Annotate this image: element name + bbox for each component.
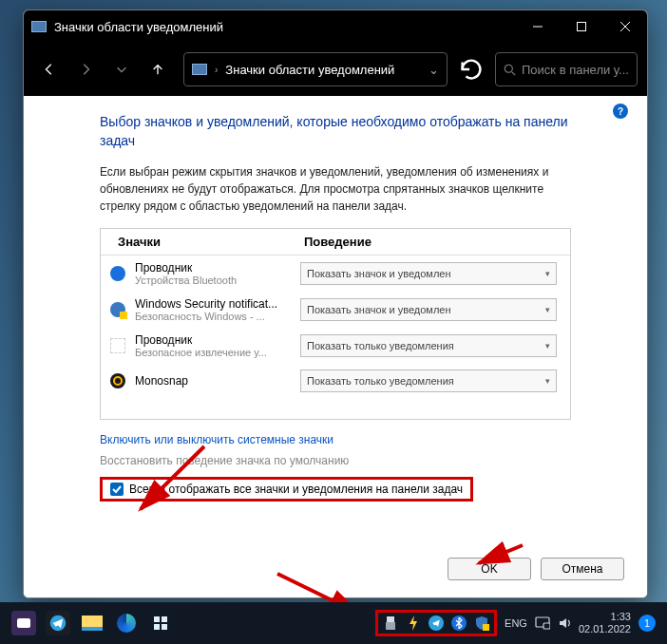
svg-rect-16 [483, 624, 489, 631]
behavior-select[interactable]: Показать только уведомления▾ [300, 369, 557, 392]
forward-button[interactable] [69, 53, 102, 85]
chevron-right-icon: › [215, 65, 218, 75]
tray-icons-group [375, 610, 497, 636]
window-title: Значки области уведомлений [54, 20, 516, 34]
list-row: Monosnap Показать только уведомления▾ [101, 364, 570, 398]
maximize-button[interactable] [560, 10, 603, 43]
list-row: Windows Security notificat... Безопаснос… [101, 292, 570, 328]
behavior-select[interactable]: Показать только уведомления▾ [300, 334, 557, 357]
taskbar: ENG 1:33 02.01.2022 1 [0, 602, 667, 644]
page-description: Если выбран режим скрытия значков и увед… [100, 163, 571, 215]
minimize-button[interactable] [516, 10, 560, 43]
settings-window: Значки области уведомлений › Значки обла… [23, 9, 648, 598]
app-icon-store[interactable] [148, 611, 173, 635]
behavior-select[interactable]: Показать значок и уведомлен▾ [300, 262, 557, 285]
toggle-system-icons-link[interactable]: Включить или выключить системные значки [100, 433, 571, 446]
shield-warning-icon [101, 302, 135, 317]
col-icons: Значки [101, 235, 300, 249]
blank-icon [101, 338, 135, 353]
col-behavior: Поведение [300, 235, 570, 249]
tray-security-icon[interactable] [473, 615, 490, 632]
help-icon[interactable]: ? [613, 104, 628, 119]
chevron-down-icon: ▾ [545, 305, 550, 314]
svg-rect-13 [162, 624, 167, 630]
bluetooth-icon [101, 266, 135, 281]
search-icon [504, 64, 516, 76]
date-text: 02.01.2022 [579, 623, 631, 635]
tray-power-icon[interactable] [405, 615, 422, 632]
list-header: Значки Поведение [101, 229, 570, 256]
checkbox-label: Всегда отображать все значки и уведомлен… [129, 483, 463, 496]
app-icon-meet[interactable] [11, 611, 36, 635]
restore-defaults-link[interactable]: Восстановить поведение значка по умолчан… [100, 454, 571, 467]
row-sub: Устройства Bluetooth [135, 275, 300, 286]
tray-bluetooth-icon[interactable] [450, 615, 467, 632]
tray-usb-icon[interactable] [382, 615, 399, 632]
taskbar-right: ENG 1:33 02.01.2022 1 [505, 611, 656, 635]
app-icon-explorer[interactable] [80, 611, 105, 635]
search-input[interactable]: Поиск в панели у... [495, 52, 638, 86]
address-text: Значки области уведомлений [225, 63, 421, 77]
svg-rect-12 [154, 624, 160, 630]
svg-rect-18 [543, 623, 550, 629]
monosnap-icon [101, 373, 135, 388]
page-heading: Выбор значков и уведомлений, которые нео… [100, 113, 571, 150]
list-row: Проводник Безопасное извлечение у... Пок… [101, 328, 570, 364]
back-button[interactable] [33, 53, 66, 85]
svg-rect-14 [387, 616, 394, 622]
app-icon-edge[interactable] [114, 611, 139, 635]
svg-point-4 [505, 65, 512, 72]
links-area: Включить или выключить системные значки … [100, 433, 571, 467]
notification-badge[interactable]: 1 [638, 615, 656, 632]
tray-telegram-icon[interactable] [428, 615, 445, 632]
chevron-down-icon: ▾ [545, 269, 550, 278]
chevron-down-icon[interactable]: ⌄ [429, 63, 439, 77]
app-icon-telegram[interactable] [46, 611, 70, 635]
dialog-buttons: OK Отмена [448, 558, 624, 580]
close-button[interactable] [603, 10, 647, 43]
chevron-down-icon: ▾ [545, 376, 550, 386]
cancel-button[interactable]: Отмена [541, 558, 624, 580]
titlebar: Значки области уведомлений [24, 10, 647, 43]
taskbar-apps [11, 611, 173, 635]
row-name: Monosnap [135, 374, 300, 388]
language-indicator[interactable]: ENG [505, 617, 527, 629]
ok-button[interactable]: OK [448, 558, 531, 580]
row-name: Проводник [135, 333, 300, 347]
recent-button[interactable] [105, 53, 138, 85]
svg-rect-15 [386, 622, 395, 630]
list-row: Проводник Устройства Bluetooth Показать … [101, 256, 570, 292]
svg-rect-11 [162, 616, 167, 622]
row-name: Windows Security notificat... [135, 297, 300, 311]
svg-rect-10 [154, 616, 160, 622]
row-name: Проводник [135, 261, 300, 275]
network-icon[interactable] [535, 616, 550, 630]
row-sub: Безопасность Windows - ... [135, 311, 300, 322]
navbar: › Значки области уведомлений ⌄ Поиск в п… [24, 43, 647, 96]
up-button[interactable] [142, 53, 174, 85]
address-icon [192, 64, 207, 75]
icons-list: Значки Поведение Проводник Устройства Bl… [100, 228, 571, 420]
checkbox-checked-icon [110, 483, 124, 496]
always-show-checkbox-row[interactable]: Всегда отображать все значки и уведомлен… [100, 477, 473, 502]
address-bar[interactable]: › Значки области уведомлений ⌄ [183, 52, 448, 86]
search-placeholder: Поиск в панели у... [522, 63, 629, 77]
chevron-down-icon: ▾ [545, 341, 550, 350]
content-area: ? Выбор значков и уведомлений, которые н… [24, 96, 647, 597]
app-icon [31, 21, 47, 32]
svg-rect-1 [578, 23, 586, 31]
svg-line-5 [512, 71, 516, 75]
behavior-select[interactable]: Показать значок и уведомлен▾ [300, 298, 557, 321]
refresh-button[interactable] [457, 55, 486, 84]
clock[interactable]: 1:33 02.01.2022 [579, 611, 631, 635]
row-sub: Безопасное извлечение у... [135, 347, 300, 358]
time-text: 1:33 [579, 611, 631, 623]
volume-icon[interactable] [558, 616, 571, 630]
